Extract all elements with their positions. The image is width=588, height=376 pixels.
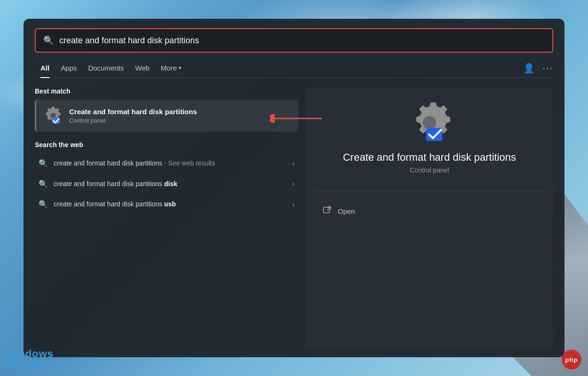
- large-gear-icon: [408, 102, 451, 144]
- user-icon[interactable]: 👤: [523, 63, 535, 74]
- php-badge: php: [562, 350, 581, 369]
- web-item-text-main-1: create and format hard disk partitions: [54, 159, 162, 167]
- best-match-item[interactable]: Create and format hard disk partitions C…: [35, 100, 298, 132]
- item-icon: [44, 106, 63, 125]
- item-text-block: Create and format hard disk partitions C…: [69, 107, 291, 125]
- tab-more[interactable]: More ▾: [155, 61, 187, 75]
- web-item-1[interactable]: 🔍 create and format hard disk partitions…: [35, 153, 298, 174]
- detail-title: Create and format hard disk partitions: [343, 151, 516, 164]
- best-match-title: Create and format hard disk partitions: [69, 107, 291, 117]
- tabs-row: All Apps Documents Web More ▾ 👤 ···: [35, 61, 553, 78]
- search-panel: 🔍 create and format hard disk partitions…: [24, 19, 564, 357]
- web-item-text-plain-2: create and format hard disk partitions: [54, 180, 164, 188]
- tab-documents[interactable]: Documents: [82, 61, 129, 75]
- web-item-2[interactable]: 🔍 create and format hard disk partitions…: [35, 174, 298, 195]
- svg-rect-6: [324, 207, 329, 213]
- tabs-icons-group: 👤 ···: [523, 63, 553, 74]
- web-item-text-1: create and format hard disk partitions -…: [54, 159, 286, 168]
- web-search-icon-1: 🔍: [39, 159, 48, 168]
- web-item-text-3: create and format hard disk partitions u…: [54, 200, 286, 209]
- web-section-label: Search the web: [35, 141, 298, 149]
- watermark-line2: report: [7, 359, 54, 369]
- left-panel: Best match Create and format hard: [35, 87, 298, 348]
- chevron-right-icon-2: ›: [292, 180, 294, 188]
- tab-more-label: More: [161, 64, 177, 72]
- web-search-icon-2: 🔍: [39, 180, 48, 188]
- web-item-text-2: create and format hard disk partitions d…: [54, 180, 286, 189]
- watermark: windows report: [7, 349, 54, 369]
- best-match-subtitle: Control panel: [69, 117, 291, 124]
- search-bar[interactable]: 🔍 create and format hard disk partitions: [35, 28, 553, 53]
- search-icon: 🔍: [43, 35, 54, 46]
- web-item-bold-3: usb: [164, 200, 176, 208]
- right-panel: Create and format hard disk partitions C…: [306, 87, 553, 348]
- web-item-suffix-1: - See web results: [162, 159, 215, 167]
- web-search-icon-3: 🔍: [39, 200, 48, 209]
- web-item-bold-2: disk: [164, 180, 177, 188]
- chevron-down-icon: ▾: [179, 65, 182, 71]
- web-item-text-plain-3: create and format hard disk partitions: [54, 200, 164, 208]
- svg-point-4: [423, 116, 436, 129]
- detail-subtitle: Control panel: [410, 166, 449, 174]
- main-content: Best match Create and format hard: [35, 87, 553, 348]
- search-query-text: create and format hard disk partitions: [59, 36, 545, 46]
- chevron-right-icon-3: ›: [292, 201, 294, 208]
- tab-web[interactable]: Web: [129, 61, 155, 75]
- more-options-icon[interactable]: ···: [542, 63, 553, 73]
- tab-all[interactable]: All: [35, 61, 55, 75]
- search-bar-container: 🔍 create and format hard disk partitions: [35, 28, 553, 53]
- tab-apps[interactable]: Apps: [55, 61, 82, 75]
- chevron-right-icon-1: ›: [292, 160, 294, 167]
- web-item-3[interactable]: 🔍 create and format hard disk partitions…: [35, 194, 298, 215]
- open-label: Open: [338, 207, 355, 215]
- best-match-label: Best match: [35, 87, 298, 95]
- detail-divider: [315, 191, 544, 191]
- open-icon: [323, 205, 332, 217]
- detail-icon-area: Create and format hard disk partitions C…: [343, 102, 516, 174]
- watermark-line1: windows: [7, 349, 54, 359]
- open-action[interactable]: Open: [315, 201, 544, 222]
